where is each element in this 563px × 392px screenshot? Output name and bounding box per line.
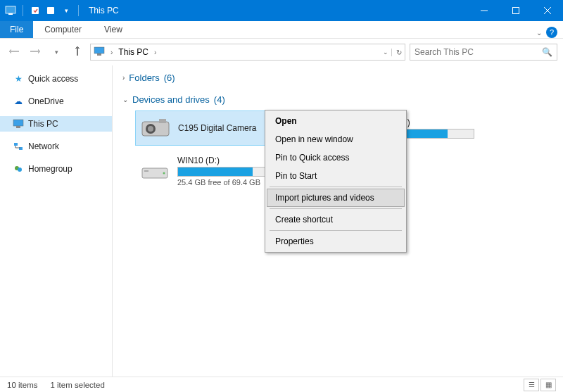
section-count: (6) bbox=[164, 72, 175, 83]
recent-locations-button[interactable]: ▾ bbox=[48, 44, 65, 61]
nav-label: Homegroup bbox=[28, 164, 72, 174]
explorer-icon bbox=[4, 4, 17, 17]
forward-button[interactable]: 🠖 bbox=[27, 44, 44, 61]
search-input[interactable]: Search This PC 🔍 bbox=[410, 44, 557, 61]
nav-this-pc[interactable]: This PC bbox=[0, 116, 112, 132]
search-icon: 🔍 bbox=[542, 47, 552, 57]
ctx-create-shortcut[interactable]: Create shortcut bbox=[267, 210, 405, 229]
svg-rect-25 bbox=[144, 170, 148, 172]
ctx-separator bbox=[270, 186, 402, 187]
svg-rect-1 bbox=[8, 13, 13, 15]
star-icon: ★ bbox=[13, 73, 24, 84]
up-button[interactable]: 🠕 bbox=[69, 44, 86, 61]
svg-rect-11 bbox=[16, 126, 20, 128]
pc-icon bbox=[13, 118, 24, 129]
quick-access-toolbar: ▾ bbox=[0, 4, 86, 17]
window-title: This PC bbox=[86, 6, 119, 15]
context-menu: Open Open in new window Pin to Quick acc… bbox=[265, 110, 407, 253]
svg-rect-12 bbox=[14, 143, 18, 146]
back-button[interactable]: 🠔 bbox=[6, 44, 23, 61]
nav-label: OneDrive bbox=[28, 96, 64, 106]
section-label: Devices and drives bbox=[132, 94, 210, 105]
camera-icon bbox=[140, 115, 171, 141]
section-devices[interactable]: ⌄ Devices and drives (4) bbox=[122, 91, 553, 108]
navigation-pane: ★ Quick access ☁ OneDrive This PC Networ… bbox=[0, 65, 113, 377]
svg-point-15 bbox=[18, 167, 22, 172]
drive-name: C195 Digital Camera bbox=[178, 123, 256, 133]
close-button[interactable] bbox=[531, 0, 563, 21]
svg-rect-9 bbox=[97, 53, 101, 56]
homegroup-icon bbox=[13, 163, 24, 175]
titlebar: ▾ This PC bbox=[0, 0, 563, 21]
nav-label: Network bbox=[28, 141, 59, 151]
details-view-button[interactable]: ☰ bbox=[524, 379, 539, 391]
cloud-icon: ☁ bbox=[13, 96, 24, 107]
svg-rect-2 bbox=[32, 7, 39, 14]
tab-view[interactable]: View bbox=[93, 21, 134, 38]
status-item-count: 10 items bbox=[7, 381, 37, 389]
ctx-open[interactable]: Open bbox=[267, 112, 405, 130]
ribbon: File Computer View ⌄ ? bbox=[0, 21, 563, 39]
chevron-down-icon: ⌄ bbox=[122, 96, 128, 103]
tiles-view-button[interactable]: ▦ bbox=[540, 379, 556, 391]
search-placeholder: Search This PC bbox=[415, 47, 474, 57]
address-location[interactable]: This PC bbox=[118, 47, 148, 57]
ctx-properties[interactable]: Properties bbox=[267, 232, 405, 251]
nav-onedrive[interactable]: ☁ OneDrive bbox=[0, 94, 112, 109]
svg-rect-3 bbox=[47, 7, 54, 14]
nav-toolbar: 🠔 🠖 ▾ 🠕 › This PC › ⌄ ↻ Search This PC 🔍 bbox=[0, 39, 563, 65]
minimize-button[interactable] bbox=[468, 0, 500, 21]
new-folder-qat-icon[interactable] bbox=[44, 4, 57, 17]
nav-label: Quick access bbox=[28, 74, 78, 84]
nav-label: This PC bbox=[28, 119, 58, 129]
maximize-button[interactable] bbox=[500, 0, 531, 21]
svg-rect-10 bbox=[13, 120, 23, 126]
nav-homegroup[interactable]: Homegroup bbox=[0, 161, 112, 177]
help-icon[interactable]: ? bbox=[546, 27, 557, 38]
ribbon-expand-icon[interactable]: ⌄ bbox=[536, 29, 542, 37]
network-icon bbox=[13, 141, 24, 152]
ctx-pin-start[interactable]: Pin to Start bbox=[267, 167, 405, 185]
ctx-separator bbox=[270, 230, 402, 231]
chevron-right-icon: › bbox=[122, 74, 125, 82]
ctx-open-new-window[interactable]: Open in new window bbox=[267, 130, 405, 148]
properties-qat-icon[interactable] bbox=[29, 4, 42, 17]
svg-rect-0 bbox=[6, 6, 15, 13]
svg-rect-19 bbox=[159, 119, 166, 123]
file-tab[interactable]: File bbox=[0, 21, 33, 38]
address-bar[interactable]: › This PC › ⌄ ↻ bbox=[90, 44, 405, 61]
pc-icon bbox=[94, 46, 105, 58]
address-dropdown-icon[interactable]: ⌄ bbox=[383, 49, 388, 56]
svg-point-18 bbox=[148, 126, 153, 132]
hdd-icon bbox=[139, 158, 170, 184]
status-selected-count: 1 item selected bbox=[50, 381, 104, 389]
nav-network[interactable]: Network bbox=[0, 139, 112, 154]
nav-quick-access[interactable]: ★ Quick access bbox=[0, 71, 112, 87]
tab-computer[interactable]: Computer bbox=[33, 21, 93, 38]
qat-dropdown-icon[interactable]: ▾ bbox=[60, 4, 72, 17]
ctx-pin-quick-access[interactable]: Pin to Quick access bbox=[267, 148, 405, 167]
svg-point-26 bbox=[163, 172, 165, 175]
status-bar: 10 items 1 item selected ☰ ▦ bbox=[0, 377, 563, 392]
chevron-right-icon[interactable]: › bbox=[108, 49, 115, 56]
ctx-separator bbox=[270, 208, 402, 209]
ctx-import-pictures[interactable]: Import pictures and videos bbox=[267, 189, 405, 207]
section-folders[interactable]: › Folders (6) bbox=[122, 70, 553, 86]
svg-rect-8 bbox=[94, 47, 104, 53]
refresh-icon[interactable]: ↻ bbox=[391, 49, 402, 56]
section-label: Folders bbox=[129, 72, 159, 83]
chevron-right-icon[interactable]: › bbox=[151, 49, 159, 56]
section-count: (4) bbox=[214, 94, 225, 105]
svg-rect-5 bbox=[512, 8, 519, 14]
